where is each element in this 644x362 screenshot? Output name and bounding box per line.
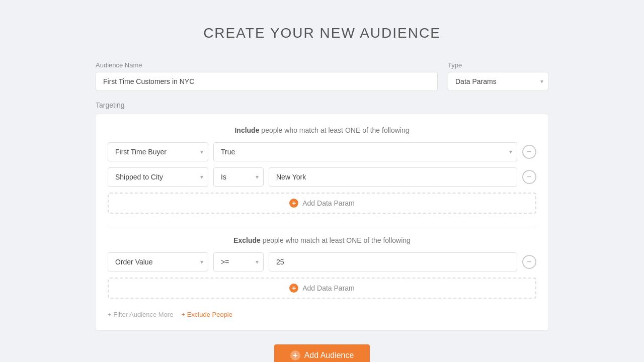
exclude-people-link[interactable]: + Exclude People xyxy=(181,311,232,318)
include-condition-row-2: First Time Buyer Shipped to City Order V… xyxy=(108,167,536,187)
add-audience-label: Add Audience xyxy=(304,351,354,360)
exclude-add-param-label: Add Data Param xyxy=(302,284,355,292)
targeting-label: Targeting xyxy=(96,101,548,109)
exclude-remove-1-button[interactable]: − xyxy=(522,255,536,269)
exclude-text: people who match at least ONE of the fol… xyxy=(261,236,411,244)
include-add-param-label: Add Data Param xyxy=(302,199,355,207)
type-select[interactable]: Data Params Custom List Lookalike xyxy=(448,72,548,91)
exclude-condition-row-1: First Time Buyer Shipped to City Order V… xyxy=(108,252,536,272)
include-condition-row-1: First Time Buyer Shipped to City Order V… xyxy=(108,142,536,161)
page-title: CREATE YOUR NEW AUDIENCE xyxy=(96,25,548,41)
include-value-2-wrapper xyxy=(269,167,517,187)
type-group: Type Data Params Custom List Lookalike xyxy=(448,61,548,91)
include-add-param-button[interactable]: + Add Data Param xyxy=(108,193,536,214)
include-remove-1-button[interactable]: − xyxy=(522,145,536,159)
include-operator-1-wrapper: True False xyxy=(213,142,517,161)
include-operator-2-wrapper: Is Is Not Contains xyxy=(213,167,264,187)
include-title: Include people who match at least ONE of… xyxy=(108,126,536,134)
exclude-operator-1-wrapper: >= <= = > < xyxy=(213,252,264,272)
include-field-2-select[interactable]: First Time Buyer Shipped to City Order V… xyxy=(108,167,208,187)
exclude-operator-1-select[interactable]: >= <= = > < xyxy=(213,252,264,272)
include-remove-2-button[interactable]: − xyxy=(522,170,536,184)
include-value-2-input[interactable] xyxy=(269,167,517,187)
type-label: Type xyxy=(448,61,548,69)
exclude-value-1-wrapper xyxy=(269,252,517,272)
include-operator-1-select[interactable]: True False xyxy=(213,142,517,161)
include-field-1-wrapper: First Time Buyer Shipped to City Order V… xyxy=(108,142,208,161)
audience-name-label: Audience Name xyxy=(96,61,438,69)
section-divider xyxy=(108,226,536,226)
include-section: Include people who match at least ONE of… xyxy=(108,126,536,214)
top-form-row: Audience Name Type Data Params Custom Li… xyxy=(96,61,548,91)
page-container: CREATE YOUR NEW AUDIENCE Audience Name T… xyxy=(96,25,548,362)
include-field-1-select[interactable]: First Time Buyer Shipped to City Order V… xyxy=(108,142,208,161)
form-section: Audience Name Type Data Params Custom Li… xyxy=(96,61,548,91)
filter-more-link[interactable]: + Filter Audience More xyxy=(108,311,173,318)
type-select-wrapper: Data Params Custom List Lookalike xyxy=(448,72,548,91)
exclude-add-param-button[interactable]: + Add Data Param xyxy=(108,278,536,299)
submit-area: + Add Audience Cancel xyxy=(96,344,548,362)
include-add-param-icon: + xyxy=(289,199,298,208)
audience-name-group: Audience Name xyxy=(96,61,438,91)
exclude-prefix: Exclude xyxy=(233,236,261,244)
include-field-2-wrapper: First Time Buyer Shipped to City Order V… xyxy=(108,167,208,187)
add-audience-button[interactable]: + Add Audience xyxy=(274,344,370,362)
exclude-add-param-icon: + xyxy=(289,284,298,293)
include-operator-2-select[interactable]: Is Is Not Contains xyxy=(213,167,264,187)
audience-name-input[interactable] xyxy=(96,72,438,91)
include-text: people who match at least ONE of the fol… xyxy=(259,126,409,134)
exclude-section: Exclude people who match at least ONE of… xyxy=(108,236,536,299)
exclude-value-1-input[interactable] xyxy=(269,252,517,272)
targeting-card: Include people who match at least ONE of… xyxy=(96,114,548,330)
add-audience-icon: + xyxy=(290,350,300,360)
include-prefix: Include xyxy=(234,126,259,134)
exclude-title: Exclude people who match at least ONE of… xyxy=(108,236,536,244)
exclude-field-1-select[interactable]: First Time Buyer Shipped to City Order V… xyxy=(108,252,208,272)
filter-links: + Filter Audience More + Exclude People xyxy=(108,311,536,318)
exclude-field-1-wrapper: First Time Buyer Shipped to City Order V… xyxy=(108,252,208,272)
